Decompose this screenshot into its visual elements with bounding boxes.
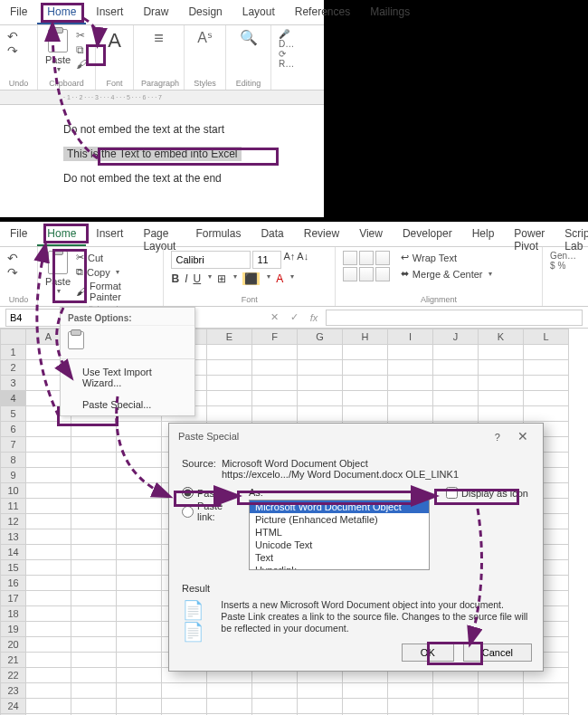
tab-draw[interactable]: Draw xyxy=(133,0,178,24)
paste-special-item[interactable]: Paste Special... xyxy=(61,394,194,415)
decrease-font-icon[interactable]: A↓ xyxy=(297,251,308,269)
group-paragraph-label: Paragraph xyxy=(141,79,176,88)
as-label: As: xyxy=(249,487,430,498)
help-icon[interactable]: ? xyxy=(495,432,500,443)
undo-icon[interactable]: ↶ xyxy=(7,251,18,265)
as-option-0[interactable]: Microsoft Word Document Object xyxy=(250,500,429,513)
editing-icon[interactable]: 🔍 xyxy=(233,29,263,46)
paste-button-excel[interactable]: Paste ▾ xyxy=(45,251,71,303)
paste-option-icon[interactable] xyxy=(68,331,84,349)
tab-review[interactable]: Review xyxy=(294,222,349,246)
group-styles-label: Styles xyxy=(192,79,218,88)
doc-line-3: Do not embed the text at the end xyxy=(63,170,261,186)
paste-special-dialog: Paste Special ? ✕ Source: Microsoft Word… xyxy=(168,423,544,672)
ok-button[interactable]: OK xyxy=(402,644,454,662)
underline-button[interactable]: U xyxy=(193,272,201,285)
tab-formulas[interactable]: Formulas xyxy=(185,222,251,246)
paste-label: Paste xyxy=(45,54,71,65)
cancel-button[interactable]: Cancel xyxy=(463,644,532,662)
tab-power-pivot[interactable]: Power Pivot xyxy=(504,222,555,246)
font-size-select[interactable] xyxy=(252,251,281,269)
alignment-grid[interactable] xyxy=(343,251,390,281)
font-name-select[interactable] xyxy=(171,251,251,269)
cut-button[interactable]: ✂Cut xyxy=(74,251,156,264)
tab-home[interactable]: Home xyxy=(37,0,86,24)
as-option-4[interactable]: Text xyxy=(250,551,429,564)
display-as-icon-checkbox[interactable]: Display as icon xyxy=(446,487,528,499)
copy-icon: ⧉ xyxy=(76,266,83,278)
font-color-button[interactable]: A xyxy=(276,272,283,285)
italic-button[interactable]: I xyxy=(185,272,187,285)
tab-script-lab[interactable]: Script Lab xyxy=(555,222,588,246)
cut-icon: ✂ xyxy=(76,252,84,263)
result-label: Result xyxy=(182,583,530,594)
format-painter-icon[interactable]: 🖌 xyxy=(76,58,87,71)
tab-design[interactable]: Design xyxy=(178,0,232,24)
radio-paste[interactable]: Paste: xyxy=(182,487,225,499)
group-clipboard-label: Clipboard xyxy=(45,79,88,88)
merge-center-button[interactable]: ⬌Merge & Center▾ xyxy=(399,267,494,281)
excel-ribbon-tabs: FileHomeInsertPage LayoutFormulasDataRev… xyxy=(0,222,588,247)
border-button[interactable]: ⊞ xyxy=(217,272,226,285)
paste-button[interactable]: Paste ▾ xyxy=(45,29,71,73)
as-option-2[interactable]: HTML xyxy=(250,526,429,539)
redo-icon[interactable]: ↷ xyxy=(7,43,30,58)
font-group-icon[interactable]: A xyxy=(103,29,126,52)
radio-paste-link[interactable]: Paste link: xyxy=(182,500,242,522)
word-ribbon-body: ↶ ↷ Undo Paste ▾ ✂ ⧉ 🖌 Clipboard A xyxy=(0,25,324,91)
tab-mailings[interactable]: Mailings xyxy=(360,0,420,24)
tab-layout[interactable]: Layout xyxy=(232,0,285,24)
source-label: Source: xyxy=(182,458,216,480)
partial-buttons[interactable]: 🎤 D…⟳ R… xyxy=(279,29,300,69)
number-format[interactable]: Gen… xyxy=(550,251,581,261)
copy-button[interactable]: ⧉Copy▾ xyxy=(74,265,156,279)
fx-icon[interactable]: fx xyxy=(306,312,322,323)
tab-file[interactable]: File xyxy=(0,0,37,24)
result-text: Inserts a new Microsoft Word Document ob… xyxy=(221,599,530,643)
tab-insert[interactable]: Insert xyxy=(86,222,133,246)
group-undo-label: Undo xyxy=(7,79,30,88)
tab-insert[interactable]: Insert xyxy=(86,0,133,24)
tab-developer[interactable]: Developer xyxy=(393,222,462,246)
as-listbox[interactable]: Microsoft Word Document ObjectPicture (E… xyxy=(249,500,430,570)
as-option-1[interactable]: Picture (Enhanced Metafile) xyxy=(250,513,429,526)
paste-label: Paste xyxy=(45,276,71,287)
close-icon[interactable]: ✕ xyxy=(512,429,534,443)
excel-ribbon-body: ↶↷ Undo Paste ▾ ✂Cut ⧉Copy▾ 🖌Format Pain… xyxy=(0,247,588,307)
clipboard-icon xyxy=(48,251,68,274)
tab-references[interactable]: References xyxy=(285,0,360,24)
word-document: Do not embed the text at the start This … xyxy=(0,105,324,210)
as-option-5[interactable]: Hyperlink xyxy=(250,564,429,570)
cancel-formula-icon[interactable]: ✕ xyxy=(266,311,282,323)
formula-input[interactable] xyxy=(326,310,583,326)
source-line-1: Microsoft Word Document Object xyxy=(222,458,459,469)
result-icon: 📄📄 xyxy=(182,599,213,643)
paste-dropdown: Paste Options: Use Text Import Wizard...… xyxy=(60,307,195,416)
group-font-label: Font xyxy=(103,79,126,88)
tab-view[interactable]: View xyxy=(349,222,393,246)
text-import-wizard-item[interactable]: Use Text Import Wizard... xyxy=(61,361,194,394)
bold-button[interactable]: B xyxy=(171,272,179,285)
tab-file[interactable]: File xyxy=(0,222,37,246)
tab-home[interactable]: Home xyxy=(37,222,86,246)
group-undo-label: Undo xyxy=(7,293,30,304)
increase-font-icon[interactable]: A↑ xyxy=(283,251,295,269)
format-painter-button[interactable]: 🖌Format Painter xyxy=(74,280,156,303)
tab-data[interactable]: Data xyxy=(251,222,293,246)
brush-icon: 🖌 xyxy=(76,286,86,297)
paragraph-icon[interactable]: ≡ xyxy=(141,29,176,48)
fill-button[interactable]: ⬛ xyxy=(242,272,260,285)
tab-help[interactable]: Help xyxy=(462,222,505,246)
copy-icon[interactable]: ⧉ xyxy=(76,43,87,56)
as-option-3[interactable]: Unicode Text xyxy=(250,539,429,551)
tab-page-layout[interactable]: Page Layout xyxy=(133,222,185,246)
styles-icon[interactable]: Aˢ xyxy=(192,29,218,46)
dialog-title: Paste Special xyxy=(178,431,239,442)
word-ribbon-tabs: FileHomeInsertDrawDesignLayoutReferences… xyxy=(0,0,324,25)
enter-formula-icon[interactable]: ✓ xyxy=(286,311,302,323)
redo-icon[interactable]: ↷ xyxy=(7,265,18,280)
undo-icon[interactable]: ↶ xyxy=(7,29,30,43)
doc-selected-text[interactable]: This is the Text to embed into Excel xyxy=(63,147,242,161)
wrap-text-button[interactable]: ↩Wrap Text xyxy=(399,251,494,264)
cut-icon[interactable]: ✂ xyxy=(76,29,87,42)
